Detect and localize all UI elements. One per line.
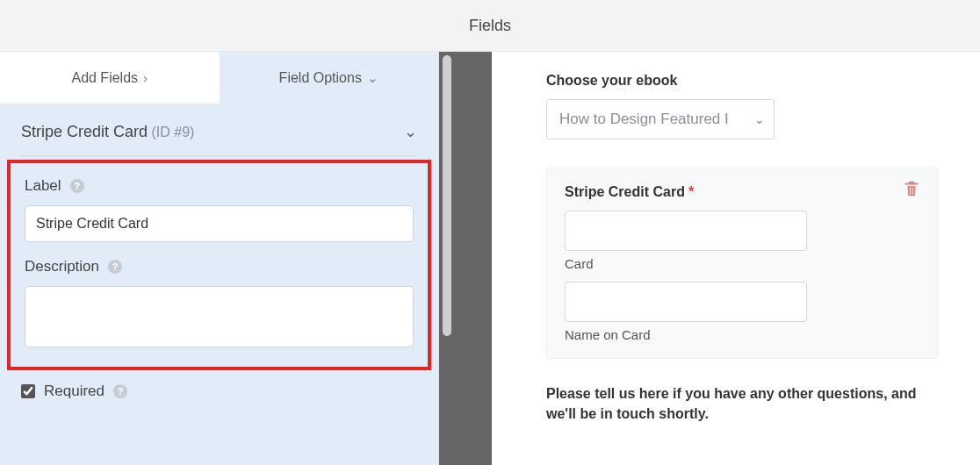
field-name: Stripe Credit Card — [21, 123, 148, 140]
required-row: Required ? — [0, 370, 438, 400]
tab-options-label: Field Options — [279, 70, 362, 86]
scrollbar-track[interactable] — [439, 52, 492, 465]
card-sublabel: Card — [565, 256, 919, 271]
divider — [21, 155, 417, 156]
ebook-select-value: How to Design Featured I — [559, 111, 729, 128]
required-star: * — [688, 184, 694, 200]
help-icon[interactable]: ? — [108, 260, 122, 274]
label-input[interactable] — [25, 205, 414, 242]
tab-add-label: Add Fields — [71, 70, 138, 86]
field-id: (ID #9) — [152, 125, 195, 140]
tabs: Add Fields › Field Options ⌄ — [0, 52, 438, 104]
help-icon[interactable]: ? — [113, 384, 127, 398]
field-header[interactable]: Stripe Credit Card (ID #9) ⌄ — [0, 104, 438, 155]
page-header: Fields — [0, 0, 980, 52]
description-textarea[interactable] — [25, 286, 414, 347]
card-number-input[interactable] — [565, 211, 807, 251]
chevron-down-icon: ⌄ — [404, 122, 417, 141]
required-checkbox[interactable] — [21, 384, 35, 398]
trash-icon[interactable] — [902, 177, 921, 200]
stripe-card-title: Stripe Credit Card — [565, 184, 685, 200]
description-label: Description — [25, 258, 99, 275]
label-label: Label — [25, 177, 61, 195]
chevron-down-icon: ⌄ — [367, 70, 378, 86]
name-sublabel: Name on Card — [565, 327, 919, 342]
choose-ebook-label: Choose your ebook — [546, 73, 938, 89]
left-panel: Add Fields › Field Options ⌄ Stripe Cred… — [0, 52, 439, 465]
ebook-select[interactable]: How to Design Featured I ⌄ — [546, 99, 775, 140]
question-label: Please tell us here if you have any othe… — [546, 383, 924, 424]
name-on-card-input[interactable] — [565, 282, 807, 322]
highlighted-section: Label ? Description ? — [7, 160, 431, 370]
page-title: Fields — [469, 17, 511, 35]
scrollbar-thumb[interactable] — [443, 55, 451, 336]
chevron-down-icon: ⌄ — [754, 112, 765, 126]
preview-panel: Choose your ebook How to Design Featured… — [492, 52, 980, 465]
tab-add-fields[interactable]: Add Fields › — [0, 52, 220, 104]
tab-field-options[interactable]: Field Options ⌄ — [220, 52, 439, 104]
main-layout: Add Fields › Field Options ⌄ Stripe Cred… — [0, 52, 980, 465]
required-label: Required — [44, 383, 104, 400]
chevron-right-icon: › — [143, 70, 148, 85]
help-icon[interactable]: ? — [70, 179, 84, 193]
stripe-card-block: Stripe Credit Card * Card Name on Card — [546, 168, 938, 359]
